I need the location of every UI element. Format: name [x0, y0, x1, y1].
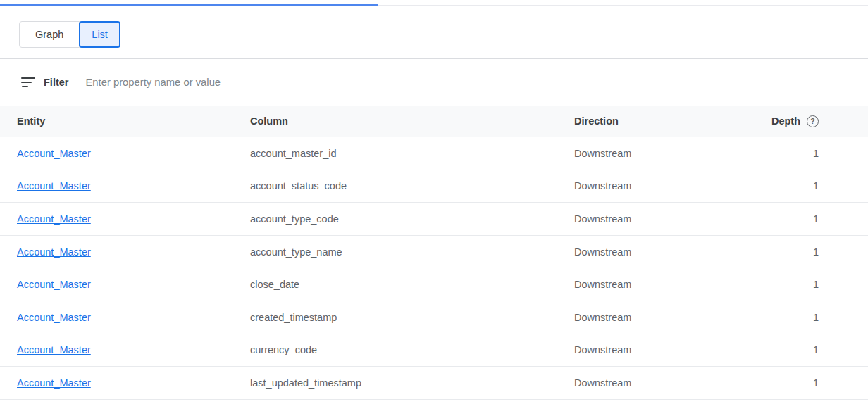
graph-view-button[interactable]: Graph: [19, 21, 80, 48]
entity-cell: Account_Master: [0, 246, 250, 258]
header-entity: Entity: [0, 115, 250, 127]
depth-cell: 1: [748, 213, 868, 225]
column-cell: currency_code: [250, 344, 574, 355]
direction-cell: Downstream: [574, 344, 748, 355]
help-icon[interactable]: ?: [807, 115, 819, 127]
filter-icon: [21, 77, 35, 88]
depth-cell: 1: [748, 246, 868, 258]
depth-cell: 1: [748, 312, 868, 323]
filter-bar[interactable]: Filter: [0, 58, 868, 106]
table-row: Account_Master account_type_code Downstr…: [0, 203, 868, 236]
direction-cell: Downstream: [574, 312, 748, 323]
header-depth: Depth ?: [748, 115, 868, 127]
entity-cell: Account_Master: [0, 344, 250, 355]
filter-label: Filter: [44, 77, 68, 88]
direction-cell: Downstream: [574, 279, 748, 290]
entity-cell: Account_Master: [0, 213, 250, 225]
list-view-button[interactable]: List: [79, 21, 120, 48]
column-cell: account_status_code: [250, 180, 574, 191]
table-row: Account_Master close_date Downstream 1: [0, 268, 868, 301]
entity-link[interactable]: Account_Master: [17, 148, 91, 159]
depth-cell: 1: [748, 279, 868, 290]
active-tab-indicator: [0, 4, 378, 6]
column-cell: close_date: [250, 279, 574, 290]
table-row: Account_Master account_type_name Downstr…: [0, 236, 868, 269]
tab-strip: [0, 0, 868, 6]
direction-cell: Downstream: [574, 148, 748, 159]
entity-link[interactable]: Account_Master: [17, 312, 91, 323]
entity-link[interactable]: Account_Master: [17, 180, 91, 191]
table-row: Account_Master currency_code Downstream …: [0, 334, 868, 367]
table-header-row: Entity Column Direction Depth ?: [0, 106, 868, 137]
header-depth-label: Depth: [771, 115, 800, 127]
header-direction: Direction: [574, 115, 748, 127]
entity-cell: Account_Master: [0, 148, 250, 159]
lineage-panel: Graph List Filter Entity Column Directio…: [0, 0, 868, 409]
direction-cell: Downstream: [574, 377, 748, 389]
direction-cell: Downstream: [574, 213, 748, 225]
column-cell: account_type_name: [250, 246, 574, 258]
column-cell: account_master_id: [250, 148, 574, 159]
depth-cell: 1: [748, 180, 868, 191]
entity-cell: Account_Master: [0, 180, 250, 191]
entity-cell: Account_Master: [0, 279, 250, 290]
depth-cell: 1: [748, 377, 868, 389]
column-cell: account_type_code: [250, 213, 574, 225]
depth-cell: 1: [748, 344, 868, 355]
column-cell: last_updated_timestamp: [250, 377, 574, 389]
depth-cell: 1: [748, 148, 868, 159]
table-row: Account_Master account_master_id Downstr…: [0, 137, 868, 170]
entity-cell: Account_Master: [0, 312, 250, 323]
table-row: Account_Master created_timestamp Downstr…: [0, 301, 868, 334]
entity-link[interactable]: Account_Master: [17, 344, 91, 355]
entity-link[interactable]: Account_Master: [17, 213, 91, 225]
lineage-table: Entity Column Direction Depth ? Account_…: [0, 106, 868, 400]
entity-link[interactable]: Account_Master: [17, 246, 91, 258]
view-toolbar: Graph List: [0, 6, 868, 58]
table-row: Account_Master last_updated_timestamp Do…: [0, 367, 868, 400]
direction-cell: Downstream: [574, 246, 748, 258]
view-toggle: Graph List: [19, 21, 120, 48]
entity-link[interactable]: Account_Master: [17, 279, 91, 290]
entity-link[interactable]: Account_Master: [17, 377, 91, 389]
column-cell: created_timestamp: [250, 312, 574, 323]
entity-cell: Account_Master: [0, 377, 250, 389]
header-column: Column: [250, 115, 574, 127]
filter-input[interactable]: [85, 77, 851, 88]
table-row: Account_Master account_status_code Downs…: [0, 170, 868, 203]
direction-cell: Downstream: [574, 180, 748, 191]
